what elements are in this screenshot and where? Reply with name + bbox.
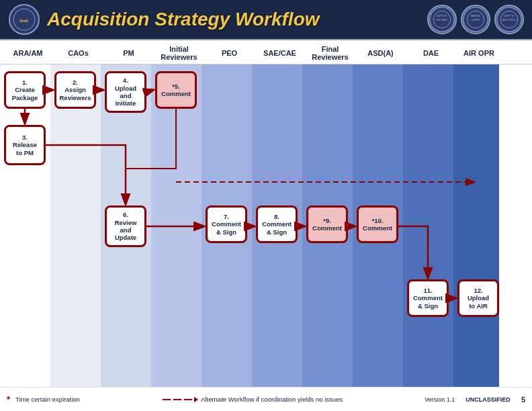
svg-text:DEPT OF: DEPT OF: [504, 15, 515, 17]
col-header-final: FinalReviewers: [305, 44, 355, 61]
header: DoD Acquisition Strategy Workflow DEPT O…: [0, 0, 532, 40]
col-header-peo: PEO: [204, 44, 255, 61]
footer-left: * Time certain expiration: [7, 394, 80, 404]
col-dae: [403, 64, 453, 387]
classification-text: UNCLASSIFIED: [466, 396, 511, 403]
col-header-saecae: SAE/CAE: [255, 44, 305, 61]
page-title: Acquisition Strategy Workflow: [47, 9, 427, 30]
col-saecae: [252, 64, 302, 387]
dashed-legend-text: Alternate Workflow if coordination yield…: [201, 396, 343, 403]
col-cao: [50, 64, 101, 387]
svg-text:AIR FORCE: AIR FORCE: [502, 19, 516, 21]
workflow-columns: [0, 64, 532, 387]
svg-text:CORPS: CORPS: [472, 19, 480, 21]
dashed-arrow-icon: [162, 397, 198, 402]
asterisk-symbol: *: [7, 394, 10, 404]
column-headers: ARA/AM CAOs PM InitialReviewers PEO SAE/…: [0, 40, 532, 64]
seal-3: DEPT OF AIR FORCE: [494, 5, 524, 34]
workflow-area: 1. CreatePackage 2. AssignReviewers 4. U…: [0, 64, 532, 387]
asterisk-legend-text: Time certain expiration: [15, 396, 80, 403]
seal-group: DEPT OF THE NAVY MARINE CORPS DEPT OF AI…: [427, 5, 524, 34]
footer: * Time certain expiration Alternate Work…: [0, 387, 532, 411]
col-header-airopr: AIR OPR: [456, 44, 502, 61]
col-peo: [202, 64, 252, 387]
svg-text:MARINE: MARINE: [471, 15, 481, 17]
seal-2: MARINE CORPS: [461, 5, 490, 34]
col-final: [302, 64, 353, 387]
col-asda: [353, 64, 403, 387]
dod-logo: DoD: [8, 3, 40, 36]
col-header-asda: ASD(A): [355, 44, 406, 61]
version-text: Version 1.1: [425, 396, 455, 403]
col-header-initial: InitialReviewers: [154, 44, 204, 61]
footer-dashed-legend: Alternate Workflow if coordination yield…: [162, 396, 343, 403]
col-header-ara: ARA/AM: [3, 44, 53, 61]
col-ara: [0, 64, 50, 387]
col-header-cao: CAOs: [53, 44, 103, 61]
page-number: 5: [521, 396, 525, 404]
col-airopr: [453, 64, 499, 387]
col-pm: [101, 64, 151, 387]
svg-text:DoD: DoD: [20, 19, 29, 23]
col-initial: [151, 64, 202, 387]
main-content: ARA/AM CAOs PM InitialReviewers PEO SAE/…: [0, 40, 532, 411]
seal-1: DEPT OF THE NAVY: [427, 5, 457, 34]
svg-text:DEPT OF: DEPT OF: [437, 15, 447, 17]
col-header-dae: DAE: [406, 44, 456, 61]
col-header-pm: PM: [103, 44, 154, 61]
svg-text:THE NAVY: THE NAVY: [436, 19, 448, 21]
footer-right: Version 1.1 UNCLASSIFIED 5: [425, 396, 525, 404]
